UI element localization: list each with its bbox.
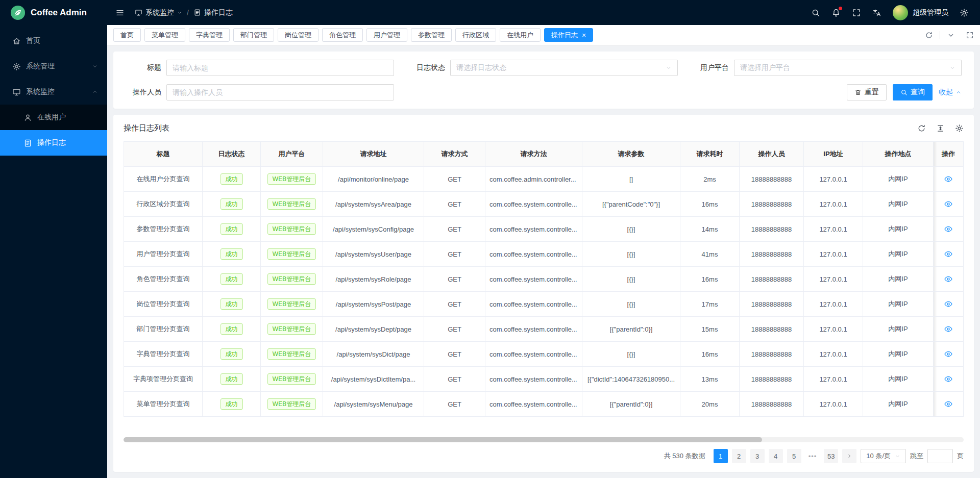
sidebar-item-operation-log[interactable]: 操作日志 bbox=[0, 130, 107, 156]
page-size-select[interactable]: 10 条/页 bbox=[861, 449, 906, 463]
tab[interactable]: 字典管理 × bbox=[189, 28, 230, 42]
title-input[interactable] bbox=[166, 60, 394, 76]
refresh-icon[interactable] bbox=[925, 31, 933, 39]
cell-location: 内网IP bbox=[863, 217, 934, 242]
page-button[interactable]: 2 bbox=[732, 449, 746, 463]
cell-duration: 20ms bbox=[680, 392, 740, 417]
cell-title: 行政区域分页查询 bbox=[124, 192, 203, 217]
view-detail-icon[interactable] bbox=[944, 224, 953, 234]
view-detail-icon[interactable] bbox=[944, 399, 953, 409]
log-status-select[interactable]: 请选择日志状态 bbox=[450, 60, 678, 76]
cell-request-function: com.coffee.admin.controller... bbox=[485, 167, 582, 192]
page-button[interactable]: 4 bbox=[769, 449, 783, 463]
view-detail-icon[interactable] bbox=[944, 274, 953, 284]
status-badge: 成功 bbox=[220, 348, 243, 360]
tab[interactable]: 操作日志 × bbox=[544, 28, 593, 42]
cell-request-function: com.coffee.system.controlle... bbox=[485, 317, 582, 342]
cell-status: 成功 bbox=[203, 292, 261, 317]
jump-page-input[interactable] bbox=[927, 449, 953, 463]
view-detail-icon[interactable] bbox=[944, 324, 953, 334]
refresh-icon[interactable] bbox=[917, 124, 926, 133]
view-detail-icon[interactable] bbox=[944, 349, 953, 359]
translate-icon[interactable] bbox=[872, 8, 881, 17]
tab-label: 角色管理 bbox=[329, 31, 356, 40]
fullscreen-icon[interactable] bbox=[852, 8, 861, 17]
cell-title: 部门管理分页查询 bbox=[124, 317, 203, 342]
page-size-value: 10 条/页 bbox=[866, 451, 891, 461]
chevron-down-icon[interactable] bbox=[947, 31, 955, 39]
tab[interactable]: 行政区域 × bbox=[455, 28, 496, 42]
search-icon[interactable] bbox=[811, 8, 820, 17]
sidebar-submenu: 在线用户 操作日志 bbox=[0, 105, 107, 156]
column-settings-icon[interactable] bbox=[955, 124, 964, 133]
tab[interactable]: 角色管理 × bbox=[322, 28, 363, 42]
scrollbar-thumb[interactable] bbox=[124, 437, 762, 442]
cell-ip: 127.0.0.1 bbox=[804, 392, 863, 417]
tab-label: 菜单管理 bbox=[152, 31, 178, 40]
page-button[interactable]: 5 bbox=[787, 449, 801, 463]
sidebar-item-online-users[interactable]: 在线用户 bbox=[0, 105, 107, 130]
breadcrumb-item-operation-log[interactable]: 操作日志 bbox=[193, 8, 233, 17]
cell-status: 成功 bbox=[203, 167, 261, 192]
page-button[interactable]: 1 bbox=[714, 449, 728, 463]
chevron-down-icon bbox=[177, 10, 182, 15]
cell-location: 内网IP bbox=[863, 367, 934, 392]
column-header: IP地址 bbox=[804, 142, 863, 167]
breadcrumb-label: 系统监控 bbox=[145, 8, 174, 17]
next-page-button[interactable] bbox=[842, 449, 856, 463]
tab[interactable]: 首页 × bbox=[113, 28, 141, 42]
field-user-platform: 用户平台 请选择用户平台 bbox=[693, 60, 962, 76]
tab[interactable]: 在线用户 × bbox=[500, 28, 541, 42]
sidebar-item-system-management[interactable]: 系统管理 bbox=[0, 54, 107, 79]
operator-input[interactable] bbox=[166, 84, 394, 100]
notification-bell-icon[interactable] bbox=[831, 8, 841, 17]
column-header: 操作地点 bbox=[863, 142, 934, 167]
cell-action bbox=[934, 242, 964, 267]
menu-collapse-icon[interactable] bbox=[115, 8, 125, 17]
chevron-down-icon bbox=[92, 63, 98, 69]
horizontal-scrollbar[interactable] bbox=[124, 437, 964, 442]
tab[interactable]: 部门管理 × bbox=[233, 28, 274, 42]
cell-request-method: GET bbox=[424, 217, 485, 242]
tab[interactable]: 参数管理 × bbox=[411, 28, 452, 42]
page-button[interactable]: ••• bbox=[805, 449, 820, 463]
tab-label: 字典管理 bbox=[196, 31, 223, 40]
breadcrumb-item-system-monitor[interactable]: 系统监控 bbox=[135, 8, 182, 17]
view-detail-icon[interactable] bbox=[944, 249, 953, 259]
monitor-icon bbox=[12, 88, 21, 96]
page-button[interactable]: 53 bbox=[824, 449, 838, 463]
cell-request-method: GET bbox=[424, 317, 485, 342]
expand-icon[interactable] bbox=[966, 31, 974, 39]
sidebar-item-system-monitor[interactable]: 系统监控 bbox=[0, 79, 107, 105]
cell-request-params: [{"parentCode":"0"}] bbox=[582, 192, 680, 217]
cell-request-params: [{}] bbox=[582, 342, 680, 367]
sidebar-item-home[interactable]: 首页 bbox=[0, 28, 107, 54]
view-detail-icon[interactable] bbox=[944, 299, 953, 309]
tab[interactable]: 岗位管理 × bbox=[278, 28, 318, 42]
view-detail-icon[interactable] bbox=[944, 174, 953, 184]
settings-gear-icon[interactable] bbox=[960, 8, 969, 17]
column-header: 请求方法 bbox=[485, 142, 582, 167]
select-placeholder: 请选择用户平台 bbox=[740, 63, 790, 72]
chevron-down-icon bbox=[895, 454, 900, 459]
collapse-link[interactable]: 收起 bbox=[939, 88, 962, 97]
column-header: 请求地址 bbox=[323, 142, 424, 167]
pagination: 共 530 条数据 1 2 3 4 5 bbox=[124, 442, 964, 470]
column-height-icon[interactable] bbox=[936, 124, 945, 133]
breadcrumb-separator: / bbox=[187, 9, 189, 17]
reset-label: 重置 bbox=[865, 88, 879, 97]
cell-platform: WEB管理后台 bbox=[261, 392, 323, 417]
user-menu[interactable]: 超级管理员 bbox=[893, 5, 948, 20]
tab-close-icon[interactable]: × bbox=[582, 32, 586, 39]
cell-title: 在线用户分页查询 bbox=[124, 167, 203, 192]
tab[interactable]: 菜单管理 × bbox=[144, 28, 185, 42]
page-button[interactable]: 3 bbox=[750, 449, 765, 463]
reset-button[interactable]: 重置 bbox=[847, 84, 887, 100]
query-button[interactable]: 查询 bbox=[893, 84, 933, 100]
avatar[interactable] bbox=[893, 5, 908, 20]
user-platform-select[interactable]: 请选择用户平台 bbox=[734, 60, 962, 76]
view-detail-icon[interactable] bbox=[944, 199, 953, 209]
view-detail-icon[interactable] bbox=[944, 374, 953, 384]
tab[interactable]: 用户管理 × bbox=[366, 28, 407, 42]
cell-location: 内网IP bbox=[863, 317, 934, 342]
